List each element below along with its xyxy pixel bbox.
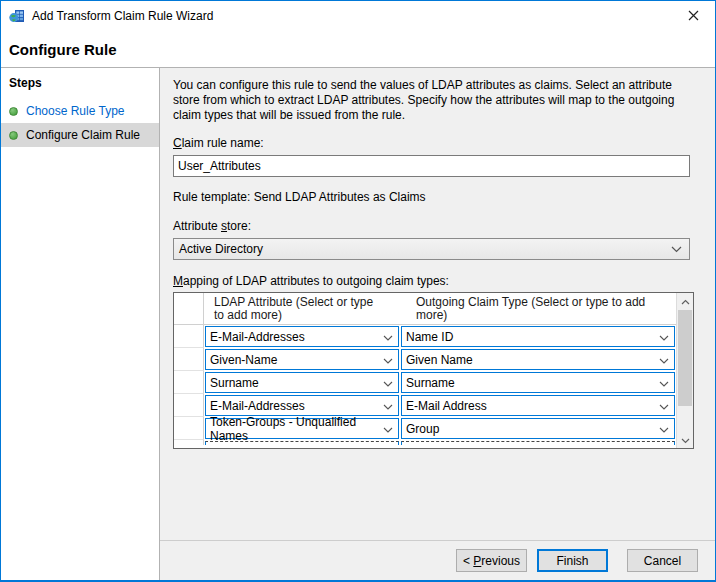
table-header-row: LDAP Attribute (Select or type to add mo… [174,293,676,325]
chevron-down-icon [383,353,393,367]
ldap-attribute-select[interactable]: E-Mail-Addresses [205,395,399,416]
combo-value: Token-Groups - Unqualified Names [210,415,383,443]
combo-value: Surname [210,376,259,390]
page-header: Configure Rule [1,31,715,67]
chevron-down-icon [659,376,669,390]
scroll-up-button[interactable] [677,293,693,309]
chevron-down-icon [659,399,669,413]
table-new-row [174,440,676,445]
steps-sidebar: Steps Choose Rule Type Configure Claim R… [1,67,160,580]
step-configure-claim-rule[interactable]: Configure Claim Rule [1,123,159,147]
mapping-table: LDAP Attribute (Select or type to add mo… [173,292,694,449]
chevron-up-icon [681,294,690,308]
combo-value: Given Name [406,353,473,367]
claim-rule-name-input[interactable] [173,155,690,177]
ldap-attribute-column-header: LDAP Attribute (Select or type to add mo… [204,293,400,324]
rule-template-text: Rule template: Send LDAP Attributes as C… [173,190,694,204]
chevron-down-icon [671,242,682,256]
ldap-attribute-select[interactable]: Surname [205,372,399,393]
combo-value: Group [406,422,439,436]
row-selector[interactable] [174,348,204,371]
row-selector[interactable] [174,417,204,440]
wizard-window: Add Transform Claim Rule Wizard Configur… [0,0,716,582]
ldap-attribute-select[interactable]: Given-Name [205,349,399,370]
attribute-store-value: Active Directory [179,242,263,256]
page-title: Configure Rule [9,41,117,58]
app-icon [9,8,25,24]
scroll-down-button[interactable] [677,432,693,448]
combo-value: E-Mail-Addresses [210,330,305,344]
steps-heading: Steps [1,68,159,99]
wizard-footer: < Previous Finish Cancel [160,540,715,580]
row-selector[interactable] [174,371,204,394]
new-row-claim-cell[interactable] [401,441,675,445]
outgoing-claim-select[interactable]: Name ID [401,326,675,347]
step-label: Choose Rule Type [26,104,125,118]
outgoing-claim-select[interactable]: Group [401,418,675,439]
table-row: Surname Surname [174,371,676,394]
chevron-down-icon [659,353,669,367]
outgoing-claim-column-header: Outgoing Claim Type (Select or type to a… [400,293,676,324]
ldap-attribute-select[interactable]: Token-Groups - Unqualified Names [205,418,399,439]
chevron-down-icon [383,376,393,390]
step-complete-icon [9,131,18,140]
combo-value: Surname [406,376,455,390]
attribute-store-select[interactable]: Active Directory [173,238,690,260]
mapping-table-label: Mapping of LDAP attributes to outgoing c… [173,274,694,288]
scrollbar-track[interactable] [677,407,693,432]
table-row: E-Mail-Addresses Name ID [174,325,676,348]
window-title: Add Transform Claim Rule Wizard [32,9,213,23]
row-selector[interactable] [174,394,204,417]
chevron-down-icon [383,330,393,344]
chevron-down-icon [383,399,393,413]
ldap-attribute-select[interactable]: E-Mail-Addresses [205,326,399,347]
row-selector[interactable] [174,440,204,445]
row-selector-header [174,293,204,324]
combo-value: Name ID [406,330,453,344]
row-selector[interactable] [174,325,204,348]
close-icon [688,9,699,24]
combo-value: E-Mail Address [406,399,487,413]
description-text: You can configure this rule to send the … [173,78,691,123]
table-row: Given-Name Given Name [174,348,676,371]
chevron-down-icon [659,422,669,436]
finish-button[interactable]: Finish [537,549,608,572]
chevron-down-icon [383,422,393,436]
outgoing-claim-select[interactable]: E-Mail Address [401,395,675,416]
combo-value: E-Mail-Addresses [210,399,305,413]
close-button[interactable] [671,1,715,31]
step-label: Configure Claim Rule [26,128,140,142]
titlebar: Add Transform Claim Rule Wizard [1,1,715,31]
new-row-ldap-cell[interactable] [205,441,399,445]
content-pane: You can configure this rule to send the … [160,67,715,580]
combo-value: Given-Name [210,353,277,367]
claim-rule-name-label: Claim rule name: [173,136,694,150]
chevron-down-icon [681,433,690,447]
attribute-store-label: Attribute store: [173,219,694,233]
table-row: Token-Groups - Unqualified Names Group [174,417,676,440]
chevron-down-icon [659,330,669,344]
outgoing-claim-select[interactable]: Given Name [401,349,675,370]
previous-button[interactable]: < Previous [456,549,527,572]
scrollbar-thumb[interactable] [678,310,692,406]
cancel-button[interactable]: Cancel [627,549,698,572]
table-scrollbar[interactable] [676,293,693,448]
step-choose-rule-type[interactable]: Choose Rule Type [1,99,159,123]
outgoing-claim-select[interactable]: Surname [401,372,675,393]
step-complete-icon [9,107,18,116]
